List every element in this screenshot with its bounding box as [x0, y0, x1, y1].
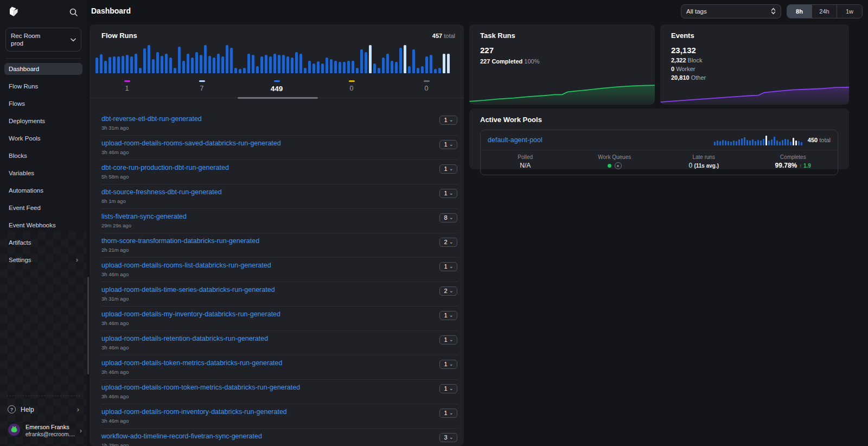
sidebar-item-variables[interactable]: Variables [4, 167, 82, 179]
search-icon[interactable] [68, 7, 79, 20]
flow-run-stat-tab[interactable]: 7 [164, 80, 239, 93]
run-count-chip[interactable]: 2⌄ [439, 238, 457, 247]
flow-run-link[interactable]: lists-fivetran-sync-generated [101, 213, 187, 221]
work-pool-bar[interactable] [787, 139, 789, 145]
run-count-chip[interactable]: 1⌄ [439, 262, 457, 271]
flow-run-bar[interactable] [317, 61, 320, 73]
sidebar-item-artifacts[interactable]: Artifacts [4, 237, 82, 249]
work-pool-bar[interactable] [738, 139, 740, 145]
flow-run-link[interactable]: dbt-source-freshness-dbt-run-generated [101, 188, 222, 196]
work-pool-bar[interactable] [749, 141, 751, 145]
sidebar-item-automations[interactable]: Automations [4, 184, 82, 196]
run-count-chip[interactable]: 3⌄ [439, 433, 457, 442]
flow-run-bar[interactable] [304, 68, 307, 73]
work-pool-bar[interactable] [722, 140, 724, 145]
flow-run-bar[interactable] [430, 55, 432, 73]
flow-run-bar[interactable] [182, 61, 185, 73]
flow-run-bar[interactable] [165, 54, 168, 73]
flow-run-stat-tab[interactable]: 0 [389, 80, 464, 93]
flow-run-bar[interactable] [282, 55, 285, 73]
flow-run-bar[interactable] [321, 63, 324, 73]
work-pool-bar[interactable] [727, 141, 729, 145]
flow-run-link[interactable]: upload-room-details-retention-databricks… [101, 335, 268, 343]
sidebar-item-blocks[interactable]: Blocks [4, 150, 82, 162]
work-pool-bar[interactable] [736, 141, 737, 145]
flow-run-bar[interactable] [356, 68, 359, 73]
flow-run-bar[interactable] [217, 54, 220, 73]
flow-run-bar[interactable] [395, 62, 398, 73]
work-pool-bar[interactable] [790, 142, 792, 145]
flow-run-bar[interactable] [152, 59, 155, 73]
run-count-chip[interactable]: 1⌄ [439, 409, 457, 418]
flow-run-bar[interactable] [208, 56, 211, 73]
flow-run-bar[interactable] [239, 69, 241, 73]
flow-run-bar[interactable] [226, 45, 228, 73]
flow-run-bar[interactable] [117, 56, 120, 73]
work-pool-bar[interactable] [765, 136, 767, 145]
flow-run-bar[interactable] [234, 68, 237, 73]
flow-run-bar[interactable] [438, 68, 441, 73]
sidebar-item-flows[interactable]: Flows [4, 98, 82, 110]
flow-run-bar[interactable] [343, 62, 346, 73]
flow-run-link[interactable]: dbt-core-run-production-dbt-run-generate… [101, 164, 229, 172]
flow-run-bar[interactable] [126, 55, 129, 73]
work-pool-bar[interactable] [784, 139, 786, 145]
work-pool-bar[interactable] [719, 141, 721, 145]
flow-run-bar[interactable] [291, 58, 293, 73]
range-button-24h[interactable]: 24h [812, 5, 837, 18]
flow-run-link[interactable]: upload-room-details-room-token-metrics-d… [101, 384, 300, 392]
flow-run-bar[interactable] [247, 54, 250, 73]
work-pool-bar[interactable] [779, 142, 781, 145]
flow-run-bar[interactable] [312, 63, 315, 73]
flow-run-bar[interactable] [221, 56, 224, 73]
work-pool-bar[interactable] [725, 141, 726, 145]
flow-run-bar[interactable] [148, 45, 150, 73]
work-pool-bar[interactable] [744, 137, 745, 145]
flow-run-bar[interactable] [104, 61, 107, 73]
flow-run-bar[interactable] [252, 55, 254, 73]
flow-run-bar[interactable] [204, 45, 207, 73]
work-pool-bar[interactable] [752, 139, 754, 145]
flow-run-bar[interactable] [273, 54, 276, 73]
flow-run-bar[interactable] [174, 68, 176, 73]
sidebar-item-event-webhooks[interactable]: Event Webhooks [4, 219, 82, 231]
sidebar-item-work-pools[interactable]: Work Pools [4, 132, 82, 144]
flow-run-bar[interactable] [213, 58, 215, 73]
flow-run-stat-tab[interactable]: 0 [314, 80, 389, 93]
flow-run-bar[interactable] [191, 58, 194, 73]
work-pool-bar[interactable] [782, 140, 783, 145]
run-count-chip[interactable]: 8⌄ [439, 213, 457, 222]
tags-filter-select[interactable]: All tags [681, 4, 781, 18]
work-pool-link[interactable]: default-agent-pool [488, 136, 714, 144]
flow-run-link[interactable]: upload-room-details-time-series-databric… [101, 286, 275, 294]
flow-run-bar[interactable] [352, 61, 354, 73]
work-pool-bar[interactable] [757, 140, 759, 145]
flow-run-bar[interactable] [139, 68, 142, 73]
range-button-8h[interactable]: 8h [787, 5, 812, 18]
flow-run-bar[interactable] [178, 47, 181, 73]
run-count-chip[interactable]: 1⌄ [439, 140, 457, 149]
work-pool-bar[interactable] [793, 138, 794, 145]
work-pool-bar[interactable] [771, 139, 773, 145]
flow-run-bar[interactable] [187, 54, 189, 73]
flow-run-bar[interactable] [169, 58, 172, 73]
user-menu[interactable]: Emerson Franks efranks@recroom.... › [5, 420, 81, 441]
flow-run-bar[interactable] [195, 52, 198, 73]
work-pool-bar[interactable] [763, 139, 764, 145]
work-pool-bar[interactable] [760, 141, 762, 145]
flow-run-bar[interactable] [200, 55, 202, 73]
flow-run-bar[interactable] [421, 66, 424, 73]
flow-run-bar[interactable] [386, 54, 389, 73]
flow-run-bar[interactable] [399, 48, 402, 73]
flow-run-link[interactable]: upload-room-details-token-metrics-databr… [101, 359, 282, 367]
flow-run-link[interactable]: thorn-score-transformation-databricks-ru… [101, 237, 259, 245]
flow-run-link[interactable]: workflow-ado-timeline-record-fivetran-sy… [101, 432, 262, 441]
flow-run-bar[interactable] [334, 61, 337, 73]
work-pool-bar[interactable] [733, 141, 735, 145]
scrollbar[interactable] [87, 277, 89, 374]
work-pool-bar[interactable] [774, 137, 775, 145]
flow-run-bar[interactable] [417, 68, 419, 73]
flow-run-bar[interactable] [135, 54, 137, 73]
flow-run-bar[interactable] [295, 52, 298, 73]
work-pool-bar[interactable] [776, 141, 778, 145]
